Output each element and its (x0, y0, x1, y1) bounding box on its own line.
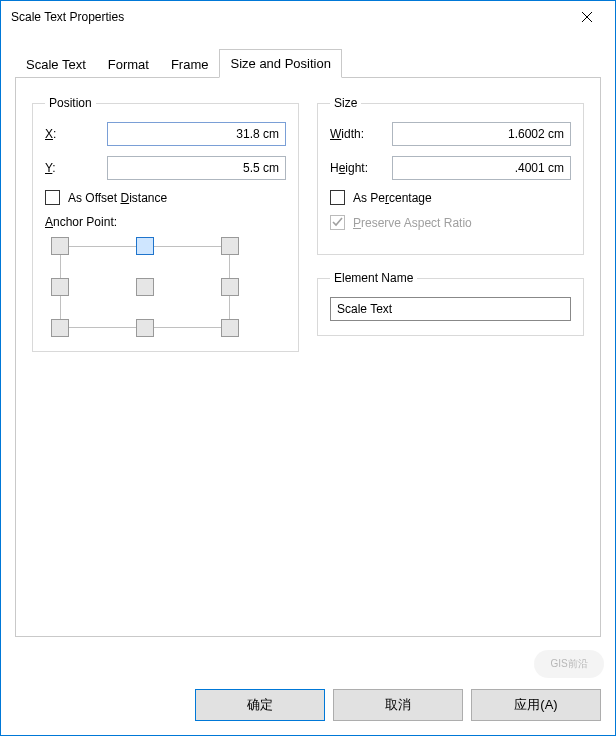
element-name-input[interactable] (330, 297, 571, 321)
tab-format[interactable]: Format (97, 50, 160, 78)
dialog-buttons: 确定 取消 应用(A) (1, 675, 615, 735)
x-label: X: (45, 127, 99, 141)
size-group: Size Width: Height: As Percentage (317, 96, 584, 255)
ok-button[interactable]: 确定 (195, 689, 325, 721)
tab-size-and-position[interactable]: Size and Position (219, 49, 341, 78)
y-input[interactable] (107, 156, 286, 180)
anchor-point-label: Anchor Point: (45, 215, 286, 229)
element-name-group: Element Name (317, 271, 584, 336)
height-input[interactable] (392, 156, 571, 180)
as-percentage-label: As Percentage (353, 191, 432, 205)
y-label: Y: (45, 161, 99, 175)
tab-strip: Scale Text Format Frame Size and Positio… (15, 47, 601, 77)
offset-distance-label: As Offset Distance (68, 191, 167, 205)
dialog-window: Scale Text Properties Scale Text Format … (0, 0, 616, 736)
offset-distance-checkbox[interactable] (45, 190, 60, 205)
size-legend: Size (330, 96, 361, 110)
left-column: Position X: Y: As Offset Distance Anchor… (32, 96, 299, 368)
tab-panel: Position X: Y: As Offset Distance Anchor… (15, 77, 601, 637)
anchor-top-center[interactable] (136, 237, 154, 255)
element-name-legend: Element Name (330, 271, 417, 285)
anchor-bottom-right[interactable] (221, 319, 239, 337)
right-column: Size Width: Height: As Percentage (317, 96, 584, 352)
as-percentage-checkbox[interactable] (330, 190, 345, 205)
anchor-bottom-left[interactable] (51, 319, 69, 337)
x-input[interactable] (107, 122, 286, 146)
window-title: Scale Text Properties (11, 10, 564, 24)
tab-scale-text[interactable]: Scale Text (15, 50, 97, 78)
tab-frame[interactable]: Frame (160, 50, 220, 78)
anchor-bottom-center[interactable] (136, 319, 154, 337)
width-label: Width: (330, 127, 384, 141)
close-icon (582, 12, 592, 22)
anchor-grid (51, 237, 239, 337)
preserve-aspect-checkbox (330, 215, 345, 230)
anchor-top-left[interactable] (51, 237, 69, 255)
height-label: Height: (330, 161, 384, 175)
position-group: Position X: Y: As Offset Distance Anchor… (32, 96, 299, 352)
dialog-content: Scale Text Format Frame Size and Positio… (1, 33, 615, 675)
preserve-aspect-label: Preserve Aspect Ratio (353, 216, 472, 230)
close-button[interactable] (564, 2, 609, 32)
anchor-top-right[interactable] (221, 237, 239, 255)
anchor-middle-center[interactable] (136, 278, 154, 296)
cancel-button[interactable]: 取消 (333, 689, 463, 721)
title-bar: Scale Text Properties (1, 1, 615, 33)
anchor-middle-left[interactable] (51, 278, 69, 296)
anchor-middle-right[interactable] (221, 278, 239, 296)
position-legend: Position (45, 96, 96, 110)
check-icon (332, 217, 343, 228)
width-input[interactable] (392, 122, 571, 146)
apply-button[interactable]: 应用(A) (471, 689, 601, 721)
